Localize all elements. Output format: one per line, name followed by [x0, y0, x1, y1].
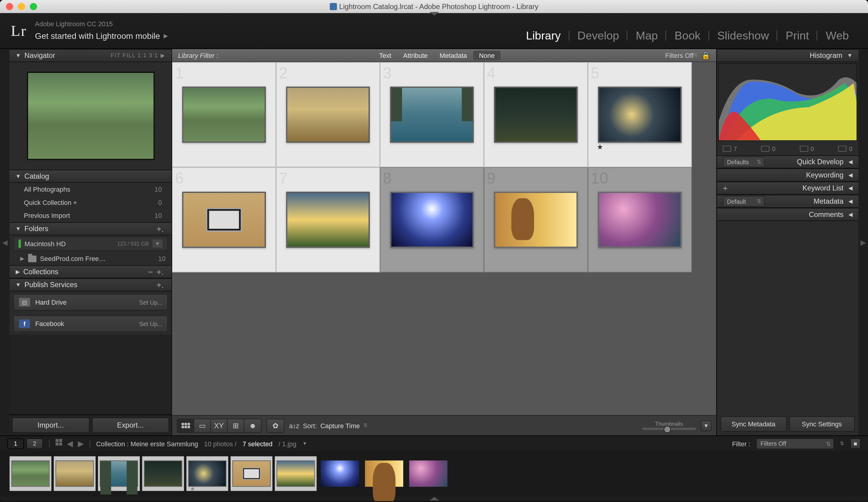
grid-cell[interactable]: 5★ [588, 62, 692, 167]
monitor-2-button[interactable]: 2 [26, 438, 43, 449]
grid-cell[interactable]: 10 [588, 167, 692, 272]
grid-icon[interactable] [55, 439, 62, 448]
import-button[interactable]: Import... [12, 417, 90, 433]
filters-off[interactable]: Filters Off [665, 52, 693, 59]
filmstrip-cell[interactable]: ★ [186, 456, 228, 491]
sort-direction-icon[interactable]: a↕z [289, 422, 299, 429]
view-compare-button[interactable]: XY [211, 419, 228, 432]
panel-collections-header[interactable]: ▶ Collections − +. [10, 265, 172, 279]
catalog-quick-collection[interactable]: Quick Collection +0 [10, 196, 172, 209]
catalog-previous-import[interactable]: Previous Import10 [10, 209, 172, 222]
export-button[interactable]: Export... [92, 417, 169, 433]
panel-quickdevelop-header[interactable]: Defaults Quick Develop ◀ [717, 155, 859, 168]
view-survey-button[interactable]: ⊞ [228, 419, 244, 432]
filmstrip-cell[interactable] [98, 456, 140, 491]
module-slideshow[interactable]: Slideshow [709, 29, 777, 42]
filmstrip-cell[interactable] [407, 456, 450, 491]
filmstrip-cell[interactable] [319, 456, 361, 491]
left-edge-collapse[interactable]: ◀ [0, 49, 10, 436]
filmstrip-cell[interactable] [54, 456, 95, 491]
filmstrip-cell[interactable] [142, 456, 184, 491]
view-grid-button[interactable] [177, 419, 194, 432]
view-people-button[interactable]: ☻ [245, 419, 261, 432]
metadata-preset-select[interactable]: Default [723, 196, 765, 207]
grid-cell[interactable]: 2 [276, 62, 380, 167]
publish-facebook[interactable]: f Facebook Set Up... [13, 315, 168, 332]
filmstrip[interactable]: ★ [0, 451, 868, 496]
monitor-1-button[interactable]: 1 [7, 438, 24, 449]
filter-tab-attribute[interactable]: Attribute [397, 52, 434, 59]
module-library[interactable]: Library [517, 29, 569, 42]
minus-icon[interactable]: − [146, 267, 155, 276]
panel-grip-icon[interactable] [429, 12, 439, 16]
panel-comments-header[interactable]: Comments ◀ [717, 208, 859, 221]
filmstrip-cell[interactable] [10, 456, 52, 491]
filter-tab-metadata[interactable]: Metadata [434, 52, 473, 59]
filter-tab-none[interactable]: None [473, 50, 500, 60]
setup-link[interactable]: Set Up... [139, 299, 163, 305]
filmstrip-cell[interactable] [275, 456, 317, 491]
chevron-down-icon[interactable]: ▼ [302, 441, 307, 446]
publish-hard-drive[interactable]: ⊟ Hard Drive Set Up... [13, 294, 168, 310]
module-map[interactable]: Map [628, 29, 666, 42]
forward-icon[interactable]: ▶ [78, 439, 84, 448]
chevron-right-icon[interactable]: ▶ [161, 52, 165, 59]
panel-navigator-header[interactable]: ▼ Navigator FIT FILL 1:1 3:1 ▶ [10, 49, 172, 62]
filter-select[interactable]: Filters Off [756, 438, 834, 449]
grid-cell[interactable]: 1 [172, 62, 276, 167]
module-web[interactable]: Web [817, 29, 857, 42]
sync-settings-button[interactable]: Sync Settings [789, 416, 855, 432]
chevron-icon[interactable]: ⇅ [693, 52, 698, 58]
panel-publish-header[interactable]: ▼ Publish Services +. [10, 279, 172, 292]
grid-cell[interactable]: 6 [172, 167, 276, 272]
histogram-display[interactable] [718, 63, 857, 141]
collection-path[interactable]: Collection : Meine erste Sammlung [96, 440, 198, 447]
panel-keywordlist-header[interactable]: + Keyword List ◀ [717, 182, 859, 195]
identity-plate[interactable]: Get started with Lightroom mobile [35, 29, 160, 42]
sync-metadata-button[interactable]: Sync Metadata [720, 416, 786, 432]
grid-cell[interactable]: 3 [380, 62, 484, 167]
panel-histogram-header[interactable]: Histogram ▼ [717, 49, 859, 62]
filter-tab-text[interactable]: Text [373, 52, 397, 59]
chevron-icon[interactable]: ⇅ [363, 423, 368, 428]
filmstrip-cell[interactable] [230, 456, 272, 491]
add-keyword-icon[interactable]: + [723, 184, 727, 193]
panel-folders-header[interactable]: ▼ Folders +. [10, 222, 172, 235]
setup-link[interactable]: Set Up... [139, 320, 163, 327]
view-loupe-button[interactable]: ▭ [194, 419, 211, 432]
folder-item[interactable]: ▶ SeedProd.com Free… 10 [10, 252, 172, 265]
preset-select[interactable]: Defaults [723, 156, 765, 167]
panel-metadata-header[interactable]: Default Metadata ◀ [717, 195, 859, 208]
grid-cell[interactable]: 9 [484, 167, 588, 272]
filmstrip-grip-icon[interactable] [0, 496, 868, 501]
filter-lock-button[interactable]: ■ [850, 438, 861, 449]
painter-tool-button[interactable]: ✿ [267, 419, 283, 432]
module-print[interactable]: Print [777, 29, 817, 42]
chevron-icon[interactable]: ⇅ [840, 441, 844, 446]
chevron-down-icon[interactable]: ▼ [153, 240, 163, 248]
folder-volume[interactable]: Macintosh HD 123 / 931 GB ▼ [13, 237, 168, 251]
close-window-icon[interactable] [6, 3, 13, 10]
toolbar-menu-button[interactable]: ▼ [701, 420, 712, 431]
grid-cell[interactable]: 8 [380, 167, 484, 272]
panel-catalog-header[interactable]: ▼ Catalog [10, 170, 172, 183]
lock-icon[interactable]: 🔒 [701, 51, 710, 59]
back-icon[interactable]: ◀ [67, 439, 73, 448]
catalog-all-photos[interactable]: All Photographs10 [10, 183, 172, 196]
navigator-preview[interactable] [10, 62, 172, 170]
navigator-zoom-options[interactable]: FIT FILL 1:1 3:1 [111, 52, 158, 59]
panel-keywording-header[interactable]: Keywording ◀ [717, 168, 859, 182]
grid-cell[interactable]: 7 [276, 167, 380, 272]
thumbnail-size-slider[interactable] [642, 428, 696, 430]
sort-value[interactable]: Capture Time [320, 422, 360, 429]
filmstrip-cell[interactable] [363, 456, 405, 491]
zoom-window-icon[interactable] [30, 3, 37, 10]
module-develop[interactable]: Develop [569, 29, 628, 42]
grid-cell[interactable]: 4 [484, 62, 588, 167]
add-collection-icon[interactable]: +. [155, 267, 165, 276]
minimize-window-icon[interactable] [18, 3, 25, 10]
add-folder-icon[interactable]: +. [155, 224, 165, 233]
right-edge-collapse[interactable]: ▶ [858, 49, 868, 436]
add-publish-icon[interactable]: +. [155, 280, 165, 290]
module-book[interactable]: Book [666, 29, 709, 42]
